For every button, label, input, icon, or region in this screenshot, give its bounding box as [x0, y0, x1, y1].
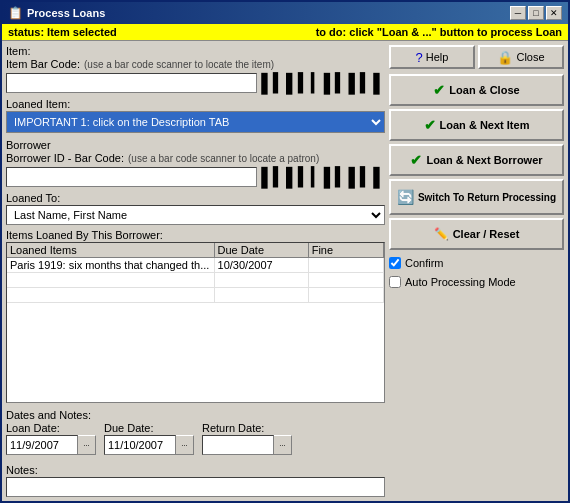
- status-right: to do: click "Loan & ..." button to proc…: [316, 26, 562, 38]
- loaned-item-select[interactable]: IMPORTANT 1: click on the Description TA…: [6, 111, 385, 133]
- loan-next-item-check-icon: ✔: [424, 117, 436, 133]
- loan-date-label: Loan Date:: [6, 422, 96, 434]
- question-icon: ?: [416, 50, 423, 65]
- title-bar-buttons: ─ □ ✕: [510, 6, 562, 20]
- close-window-button[interactable]: ✕: [546, 6, 562, 20]
- confirm-label: Confirm: [405, 257, 444, 269]
- auto-processing-label: Auto Processing Mode: [405, 276, 516, 288]
- borrower-barcode-note: (use a bar code scanner to locate a patr…: [128, 153, 319, 164]
- loaned-to-section: Loaned To: Last Name, First Name: [6, 192, 385, 225]
- window-icon: 📋: [8, 6, 23, 20]
- loan-date-field: Loan Date: 11/9/2007 ···: [6, 422, 96, 455]
- barcode-label-row: Item Bar Code: (use a bar code scanner t…: [6, 58, 385, 70]
- main-content: Item: Item Bar Code: (use a bar code sca…: [2, 41, 568, 501]
- switch-return-label: Switch To Return Processing: [418, 192, 556, 203]
- auto-processing-checkbox[interactable]: [389, 276, 401, 288]
- dates-section: Dates and Notes: Loan Date: 11/9/2007 ··…: [6, 409, 385, 458]
- item-label: Item:: [6, 45, 385, 57]
- close-label: Close: [516, 51, 544, 63]
- status-left: status: Item selected: [8, 26, 117, 38]
- return-date-label: Return Date:: [202, 422, 292, 434]
- borrower-barcode-label-row: Borrower ID - Bar Code: (use a bar code …: [6, 152, 385, 164]
- dates-row: Loan Date: 11/9/2007 ··· Due Date: 11/10…: [6, 422, 385, 455]
- return-date-picker-btn[interactable]: ···: [274, 435, 292, 455]
- cell-item: Paris 1919: six months that changed th..…: [7, 258, 214, 273]
- right-panel: ? Help 🔒 Close ✔ Loan & Close ✔ Loan & N…: [389, 45, 564, 497]
- title-bar: 📋 Process Loans ─ □ ✕: [2, 2, 568, 24]
- due-date-input[interactable]: 11/10/2007: [104, 435, 176, 455]
- table-row-empty-1: [7, 273, 384, 288]
- due-date-field: Due Date: 11/10/2007 ···: [104, 422, 194, 455]
- loan-and-next-item-button[interactable]: ✔ Loan & Next Item: [389, 109, 564, 141]
- col-fine: Fine: [308, 243, 383, 258]
- close-button[interactable]: 🔒 Close: [478, 45, 564, 69]
- borrower-barcode-input[interactable]: [6, 167, 257, 187]
- help-close-row: ? Help 🔒 Close: [389, 45, 564, 69]
- loan-next-item-label: Loan & Next Item: [440, 119, 530, 131]
- left-panel: Item: Item Bar Code: (use a bar code sca…: [6, 45, 385, 497]
- items-table: Loaned Items Due Date Fine Paris 1919: s…: [7, 243, 384, 303]
- clear-reset-icon: ✏️: [434, 227, 449, 241]
- loaned-to-label: Loaned To:: [6, 192, 385, 204]
- auto-processing-row: Auto Processing Mode: [389, 276, 564, 288]
- notes-input[interactable]: [6, 477, 385, 497]
- borrower-barcode-icon: ▌▍▌▍▎▌▍▌▍▌: [261, 166, 385, 188]
- borrower-section: Borrower Borrower ID - Bar Code: (use a …: [6, 139, 385, 188]
- clear-reset-button[interactable]: ✏️ Clear / Reset: [389, 218, 564, 250]
- return-date-field: Return Date: ···: [202, 422, 292, 455]
- loan-close-label: Loan & Close: [449, 84, 519, 96]
- switch-return-icon: 🔄: [397, 189, 414, 205]
- items-table-container[interactable]: Loaned Items Due Date Fine Paris 1919: s…: [6, 242, 385, 403]
- confirm-row: Confirm: [389, 257, 564, 269]
- items-table-section: Items Loaned By This Borrower: Loaned It…: [6, 229, 385, 403]
- loan-and-close-button[interactable]: ✔ Loan & Close: [389, 74, 564, 106]
- loaned-item-label: Loaned Item:: [6, 98, 385, 110]
- borrower-label: Borrower: [6, 139, 385, 151]
- items-table-label: Items Loaned By This Borrower:: [6, 229, 385, 241]
- loan-and-next-borrower-button[interactable]: ✔ Loan & Next Borrower: [389, 144, 564, 176]
- close-icon: 🔒: [497, 50, 513, 65]
- loan-close-check-icon: ✔: [433, 82, 445, 98]
- window-title: Process Loans: [27, 7, 105, 19]
- return-date-input[interactable]: [202, 435, 274, 455]
- main-window: 📋 Process Loans ─ □ ✕ status: Item selec…: [0, 0, 570, 503]
- loan-next-borrower-check-icon: ✔: [410, 152, 422, 168]
- loan-date-picker-btn[interactable]: ···: [78, 435, 96, 455]
- item-barcode-input[interactable]: [6, 73, 257, 93]
- col-due-date: Due Date: [214, 243, 308, 258]
- col-loaned-items: Loaned Items: [7, 243, 214, 258]
- barcode-icon: ▌▍▌▍▎▌▍▌▍▌: [261, 72, 385, 94]
- confirm-checkbox[interactable]: [389, 257, 401, 269]
- notes-label: Notes:: [6, 464, 385, 476]
- barcode-note: (use a bar code scanner to locate the it…: [84, 59, 274, 70]
- table-row[interactable]: Paris 1919: six months that changed th..…: [7, 258, 384, 273]
- barcode-label: Item Bar Code:: [6, 58, 80, 70]
- minimize-button[interactable]: ─: [510, 6, 526, 20]
- borrower-barcode-row: ▌▍▌▍▎▌▍▌▍▌: [6, 166, 385, 188]
- due-date-picker-btn[interactable]: ···: [176, 435, 194, 455]
- maximize-button[interactable]: □: [528, 6, 544, 20]
- due-date-label: Due Date:: [104, 422, 194, 434]
- cell-due-date: 10/30/2007: [214, 258, 308, 273]
- loaned-to-select[interactable]: Last Name, First Name: [6, 205, 385, 225]
- table-row-empty-2: [7, 288, 384, 303]
- notes-section: Notes:: [6, 464, 385, 497]
- borrower-barcode-label: Borrower ID - Bar Code:: [6, 152, 124, 164]
- loan-next-borrower-label: Loan & Next Borrower: [426, 154, 542, 166]
- status-bar: status: Item selected to do: click "Loan…: [2, 24, 568, 41]
- item-barcode-row: ▌▍▌▍▎▌▍▌▍▌: [6, 72, 385, 94]
- clear-reset-label: Clear / Reset: [453, 228, 520, 240]
- help-button[interactable]: ? Help: [389, 45, 475, 69]
- help-label: Help: [426, 51, 449, 63]
- loan-date-input[interactable]: 11/9/2007: [6, 435, 78, 455]
- loaned-item-section: Loaned Item: IMPORTANT 1: click on the D…: [6, 98, 385, 133]
- item-section: Item: Item Bar Code: (use a bar code sca…: [6, 45, 385, 94]
- cell-fine: [308, 258, 383, 273]
- dates-label: Dates and Notes:: [6, 409, 385, 421]
- switch-to-return-button[interactable]: 🔄 Switch To Return Processing: [389, 179, 564, 215]
